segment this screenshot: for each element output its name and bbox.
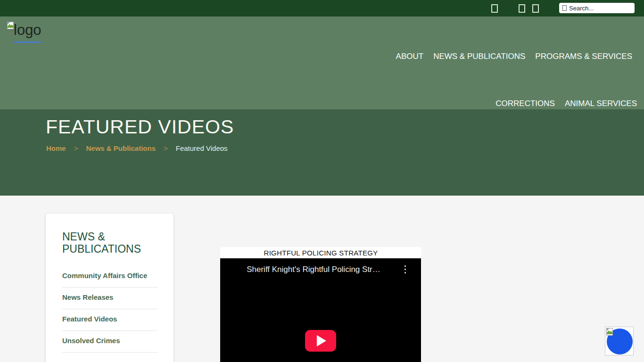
- video-title-link[interactable]: Sheriff Knight's Rightful Policing Str…: [230, 265, 397, 274]
- nav-about[interactable]: ABOUT: [396, 52, 424, 61]
- sidebar-item-community-affairs[interactable]: Community Affairs Office: [62, 266, 157, 288]
- broken-image-icon: [606, 328, 613, 336]
- sidebar-item-unsolved-crimes[interactable]: Unsolved Crimes: [62, 331, 157, 353]
- nav-animal-services[interactable]: ANIMAL SERVICES: [565, 99, 637, 108]
- breadcrumb: Home > News & Publications > Featured Vi…: [46, 144, 228, 152]
- video-section-title: RIGHTFUL POLICING STRATEGY: [220, 247, 421, 258]
- logo-link[interactable]: logo: [7, 20, 41, 43]
- hero-band: FEATURED VIDEOS Home > News & Publicatio…: [0, 109, 644, 196]
- sidebar-item-featured-videos[interactable]: Featured Videos: [62, 309, 157, 331]
- social-icon-1[interactable]: [491, 4, 498, 13]
- breadcrumb-home[interactable]: Home: [46, 144, 66, 152]
- social-icon-3[interactable]: [532, 4, 539, 13]
- play-icon: [317, 335, 326, 346]
- social-icon-2[interactable]: [519, 4, 525, 13]
- main-nav-row-1: ABOUT NEWS & PUBLICATIONS PROGRAMS & SER…: [396, 52, 632, 61]
- search-box[interactable]: [559, 3, 635, 13]
- site-header: logo ABOUT NEWS & PUBLICATIONS PROGRAMS …: [0, 16, 644, 109]
- sidebar-title: NEWS & PUBLICATIONS: [62, 231, 157, 255]
- page: logo ABOUT NEWS & PUBLICATIONS PROGRAMS …: [0, 0, 644, 362]
- broken-image-icon: [7, 22, 14, 29]
- page-title: FEATURED VIDEOS: [46, 116, 234, 138]
- accessibility-widget-button[interactable]: [605, 327, 634, 355]
- search-input[interactable]: [569, 5, 631, 12]
- nav-programs-services[interactable]: PROGRAMS & SERVICES: [535, 52, 632, 61]
- nav-corrections[interactable]: CORRECTIONS: [495, 99, 555, 108]
- logo-alt-text: logo: [14, 20, 41, 43]
- youtube-embed[interactable]: Sheriff Knight's Rightful Policing Str…: [220, 258, 421, 362]
- main-nav-row-2: CORRECTIONS ANIMAL SERVICES: [495, 99, 637, 108]
- search-icon: [562, 5, 567, 11]
- sidebar-menu: Community Affairs Office News Releases F…: [62, 266, 157, 353]
- utility-bar: [0, 0, 644, 16]
- breadcrumb-separator: >: [164, 144, 168, 152]
- youtube-play-button[interactable]: [305, 330, 336, 352]
- sidebar-card: NEWS & PUBLICATIONS Community Affairs Of…: [46, 214, 173, 362]
- breadcrumb-current: Featured Videos: [176, 144, 228, 152]
- video-more-menu-icon[interactable]: [405, 265, 406, 275]
- breadcrumb-news-publications[interactable]: News & Publications: [86, 144, 156, 152]
- sidebar-item-news-releases[interactable]: News Releases: [62, 288, 157, 309]
- breadcrumb-separator: >: [74, 144, 78, 152]
- nav-news-publications[interactable]: NEWS & PUBLICATIONS: [433, 52, 525, 61]
